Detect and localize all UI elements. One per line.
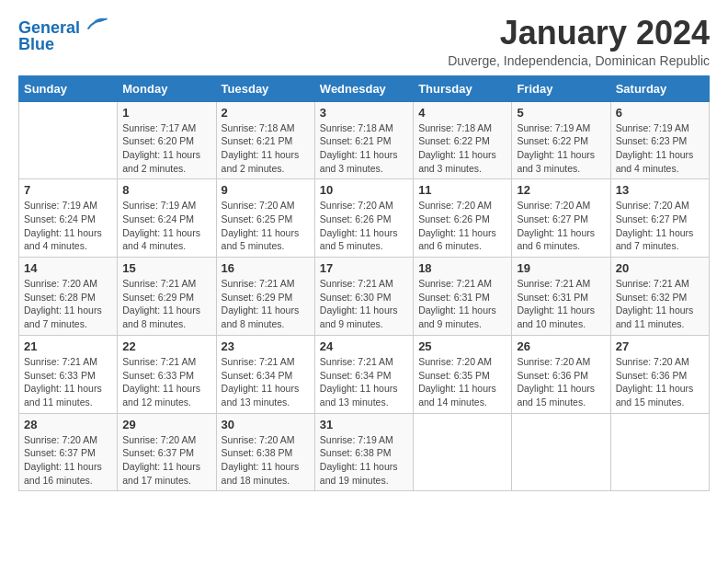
- day-number: 2: [222, 106, 310, 120]
- day-info: Sunrise: 7:18 AMSunset: 6:21 PMDaylight:…: [222, 121, 310, 176]
- day-number: 18: [418, 261, 506, 275]
- calendar-cell: 3Sunrise: 7:18 AMSunset: 6:21 PMDaylight…: [314, 101, 413, 179]
- day-number: 15: [122, 261, 210, 275]
- header-monday: Monday: [118, 75, 216, 101]
- day-info: Sunrise: 7:19 AMSunset: 6:24 PMDaylight:…: [24, 199, 112, 253]
- calendar-cell: 7Sunrise: 7:19 AMSunset: 6:24 PMDaylight…: [19, 179, 118, 258]
- day-number: 16: [222, 261, 310, 275]
- calendar-cell: 14Sunrise: 7:20 AMSunset: 6:28 PMDayligh…: [19, 258, 118, 336]
- day-info: Sunrise: 7:17 AMSunset: 6:20 PMDaylight:…: [122, 121, 210, 176]
- day-info: Sunrise: 7:20 AMSunset: 6:38 PMDaylight:…: [222, 433, 310, 488]
- day-info: Sunrise: 7:20 AMSunset: 6:27 PMDaylight:…: [616, 199, 704, 253]
- day-number: 10: [320, 183, 408, 197]
- header-friday: Friday: [512, 75, 610, 101]
- day-info: Sunrise: 7:20 AMSunset: 6:37 PMDaylight:…: [122, 433, 210, 488]
- day-number: 4: [418, 106, 506, 120]
- calendar-cell: 31Sunrise: 7:19 AMSunset: 6:38 PMDayligh…: [314, 413, 413, 491]
- day-number: 31: [320, 418, 408, 431]
- day-info: Sunrise: 7:19 AMSunset: 6:22 PMDaylight:…: [517, 121, 605, 176]
- calendar-cell: 12Sunrise: 7:20 AMSunset: 6:27 PMDayligh…: [512, 179, 610, 258]
- day-number: 8: [122, 183, 210, 197]
- calendar-body: 1Sunrise: 7:17 AMSunset: 6:20 PMDaylight…: [19, 101, 710, 491]
- week-row-1: 1Sunrise: 7:17 AMSunset: 6:20 PMDaylight…: [19, 101, 710, 179]
- day-number: 6: [616, 106, 704, 120]
- calendar-cell: 11Sunrise: 7:20 AMSunset: 6:26 PMDayligh…: [414, 179, 512, 258]
- calendar-cell: 1Sunrise: 7:17 AMSunset: 6:20 PMDaylight…: [118, 101, 216, 179]
- calendar-cell: 10Sunrise: 7:20 AMSunset: 6:26 PMDayligh…: [314, 179, 413, 258]
- calendar-cell: [19, 101, 118, 179]
- day-number: 28: [24, 418, 112, 431]
- calendar-cell: 27Sunrise: 7:20 AMSunset: 6:36 PMDayligh…: [610, 335, 709, 413]
- calendar-cell: 23Sunrise: 7:21 AMSunset: 6:34 PMDayligh…: [216, 335, 314, 413]
- day-info: Sunrise: 7:19 AMSunset: 6:23 PMDaylight:…: [616, 121, 704, 176]
- header-saturday: Saturday: [610, 75, 709, 101]
- calendar-cell: 22Sunrise: 7:21 AMSunset: 6:33 PMDayligh…: [118, 335, 216, 413]
- day-info: Sunrise: 7:18 AMSunset: 6:22 PMDaylight:…: [418, 121, 506, 176]
- day-number: 22: [122, 339, 210, 353]
- week-row-3: 14Sunrise: 7:20 AMSunset: 6:28 PMDayligh…: [19, 258, 710, 336]
- header-tuesday: Tuesday: [216, 75, 314, 101]
- day-number: 29: [122, 418, 210, 431]
- day-number: 24: [320, 339, 408, 353]
- calendar-cell: 2Sunrise: 7:18 AMSunset: 6:21 PMDaylight…: [216, 101, 314, 179]
- week-row-4: 21Sunrise: 7:21 AMSunset: 6:33 PMDayligh…: [19, 335, 710, 413]
- day-info: Sunrise: 7:19 AMSunset: 6:38 PMDaylight:…: [320, 433, 408, 488]
- day-info: Sunrise: 7:21 AMSunset: 6:31 PMDaylight:…: [418, 277, 506, 331]
- title-block: January 2024 Duverge, Independencia, Dom…: [448, 15, 710, 68]
- day-info: Sunrise: 7:21 AMSunset: 6:29 PMDaylight:…: [222, 277, 310, 331]
- day-info: Sunrise: 7:20 AMSunset: 6:35 PMDaylight:…: [418, 355, 506, 409]
- calendar-cell: 4Sunrise: 7:18 AMSunset: 6:22 PMDaylight…: [414, 101, 512, 179]
- calendar-cell: 9Sunrise: 7:20 AMSunset: 6:25 PMDaylight…: [216, 179, 314, 258]
- day-number: 5: [517, 106, 605, 120]
- day-info: Sunrise: 7:20 AMSunset: 6:37 PMDaylight:…: [24, 433, 112, 488]
- day-info: Sunrise: 7:18 AMSunset: 6:21 PMDaylight:…: [320, 121, 408, 176]
- day-info: Sunrise: 7:20 AMSunset: 6:36 PMDaylight:…: [616, 355, 704, 409]
- day-number: 30: [222, 418, 310, 431]
- calendar-cell: 20Sunrise: 7:21 AMSunset: 6:32 PMDayligh…: [610, 258, 709, 336]
- calendar-cell: 28Sunrise: 7:20 AMSunset: 6:37 PMDayligh…: [19, 413, 118, 491]
- day-info: Sunrise: 7:21 AMSunset: 6:33 PMDaylight:…: [122, 355, 210, 409]
- day-info: Sunrise: 7:20 AMSunset: 6:26 PMDaylight:…: [418, 199, 506, 253]
- day-number: 25: [418, 339, 506, 353]
- calendar-cell: 16Sunrise: 7:21 AMSunset: 6:29 PMDayligh…: [216, 258, 314, 336]
- day-info: Sunrise: 7:21 AMSunset: 6:32 PMDaylight:…: [616, 277, 704, 331]
- header-sunday: Sunday: [19, 75, 118, 101]
- calendar-cell: [512, 413, 610, 491]
- calendar-cell: 19Sunrise: 7:21 AMSunset: 6:31 PMDayligh…: [512, 258, 610, 336]
- calendar-cell: 18Sunrise: 7:21 AMSunset: 6:31 PMDayligh…: [414, 258, 512, 336]
- day-number: 26: [517, 339, 605, 353]
- logo: General Blue: [18, 15, 108, 54]
- calendar-cell: 15Sunrise: 7:21 AMSunset: 6:29 PMDayligh…: [118, 258, 216, 336]
- calendar-cell: 29Sunrise: 7:20 AMSunset: 6:37 PMDayligh…: [118, 413, 216, 491]
- logo-text2: Blue: [18, 36, 108, 54]
- day-number: 17: [320, 261, 408, 275]
- logo-bird-icon: [86, 15, 108, 33]
- day-number: 20: [616, 261, 704, 275]
- day-number: 19: [517, 261, 605, 275]
- day-info: Sunrise: 7:21 AMSunset: 6:30 PMDaylight:…: [320, 277, 408, 331]
- day-number: 11: [418, 183, 506, 197]
- header-wednesday: Wednesday: [314, 75, 413, 101]
- calendar-cell: 17Sunrise: 7:21 AMSunset: 6:30 PMDayligh…: [314, 258, 413, 336]
- calendar-cell: 26Sunrise: 7:20 AMSunset: 6:36 PMDayligh…: [512, 335, 610, 413]
- day-info: Sunrise: 7:19 AMSunset: 6:24 PMDaylight:…: [122, 199, 210, 253]
- day-number: 23: [222, 339, 310, 353]
- day-info: Sunrise: 7:20 AMSunset: 6:28 PMDaylight:…: [24, 277, 112, 331]
- day-number: 12: [517, 183, 605, 197]
- calendar-table: SundayMondayTuesdayWednesdayThursdayFrid…: [18, 75, 710, 492]
- day-info: Sunrise: 7:21 AMSunset: 6:34 PMDaylight:…: [222, 355, 310, 409]
- day-info: Sunrise: 7:21 AMSunset: 6:34 PMDaylight:…: [320, 355, 408, 409]
- calendar-cell: [610, 413, 709, 491]
- day-number: 3: [320, 106, 408, 120]
- day-number: 14: [24, 261, 112, 275]
- day-info: Sunrise: 7:20 AMSunset: 6:26 PMDaylight:…: [320, 199, 408, 253]
- header-thursday: Thursday: [414, 75, 512, 101]
- week-row-5: 28Sunrise: 7:20 AMSunset: 6:37 PMDayligh…: [19, 413, 710, 491]
- day-number: 27: [616, 339, 704, 353]
- calendar-cell: 5Sunrise: 7:19 AMSunset: 6:22 PMDaylight…: [512, 101, 610, 179]
- calendar-cell: 24Sunrise: 7:21 AMSunset: 6:34 PMDayligh…: [314, 335, 413, 413]
- day-info: Sunrise: 7:21 AMSunset: 6:31 PMDaylight:…: [517, 277, 605, 331]
- day-info: Sunrise: 7:20 AMSunset: 6:27 PMDaylight:…: [517, 199, 605, 253]
- calendar-cell: 25Sunrise: 7:20 AMSunset: 6:35 PMDayligh…: [414, 335, 512, 413]
- calendar-cell: 30Sunrise: 7:20 AMSunset: 6:38 PMDayligh…: [216, 413, 314, 491]
